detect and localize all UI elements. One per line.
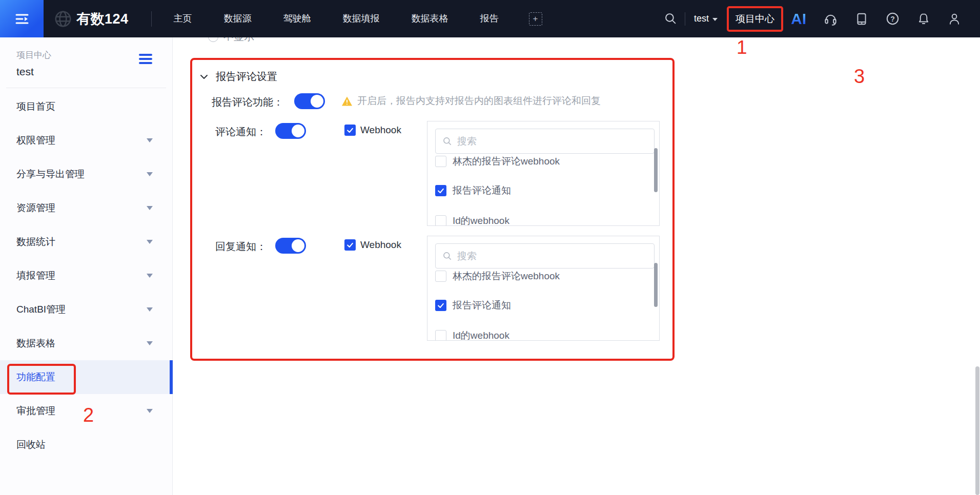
caret-down-icon (147, 307, 153, 312)
section-title: 报告评论设置 (216, 70, 277, 84)
comment-notify-label: 评论通知： (215, 125, 267, 139)
list-scrollbar-thumb[interactable] (654, 148, 658, 192)
navbar-right-cluster: test 项目中心 AI (664, 6, 980, 32)
checkbox-unchecked-icon (435, 215, 446, 226)
caret-down-icon (147, 274, 153, 278)
navbar-divider (685, 12, 685, 26)
comment-webhook-list: 林杰的报告评论webhook 报告评论通知 Id的webhook (427, 121, 660, 226)
sidebar-item-chatbi[interactable]: ChatBI管理 (0, 293, 172, 326)
caret-down-icon (147, 138, 153, 142)
checkbox-checked-icon (435, 300, 446, 311)
sidebar-item-recycle-bin[interactable]: 回收站 (0, 428, 172, 462)
mobile-device-icon[interactable] (855, 12, 868, 26)
search-icon (442, 251, 453, 261)
sidebar-item-feature-config[interactable]: 功能配置 (0, 360, 172, 394)
checkbox-unchecked-icon (435, 330, 446, 341)
caret-down-icon (147, 341, 153, 345)
sidebar-header: 项目中心 test (0, 37, 172, 78)
sidebar-item-resources[interactable]: 资源管理 (0, 191, 172, 225)
sidebar-menu-icon[interactable] (139, 54, 152, 66)
warning-icon (341, 96, 353, 107)
webhook-option[interactable]: Id的webhook (435, 214, 509, 226)
menu-collapse-icon (14, 12, 30, 26)
workspace-dropdown[interactable]: test (694, 13, 718, 24)
webhook-option[interactable]: 报告评论通知 (435, 184, 511, 197)
nav-item-report[interactable]: 报告 (464, 0, 515, 37)
bell-notifications-icon[interactable] (917, 12, 930, 26)
checkbox-checked-icon (344, 239, 356, 251)
help-icon[interactable]: ? (886, 12, 900, 26)
sidebar-divider (6, 88, 166, 88)
sidebar-item-permissions[interactable]: 权限管理 (0, 123, 172, 157)
annotation-number-2: 2 (83, 405, 94, 425)
reply-notify-toggle[interactable] (275, 238, 306, 254)
chevron-down-icon (712, 18, 718, 21)
caret-down-icon (147, 409, 153, 413)
nav-item-dashboard[interactable]: 驾驶舱 (268, 0, 327, 37)
nav-item-datatable[interactable]: 数据表格 (396, 0, 464, 37)
add-tab-button[interactable]: + (529, 12, 542, 26)
webhook-option[interactable]: 林杰的报告评论webhook (435, 155, 560, 168)
workspace-name: test (694, 13, 709, 24)
ai-assistant-button[interactable]: AI (791, 10, 806, 28)
nav-item-datasource[interactable]: 数据源 (208, 0, 268, 37)
nav-item-home[interactable]: 主页 (158, 0, 208, 37)
annotation-number-1: 1 (737, 38, 747, 57)
svg-text:?: ? (890, 15, 895, 23)
webhook-option[interactable]: Id的webhook (435, 329, 509, 341)
webhook-search-box[interactable] (435, 129, 655, 154)
main-content: 不显示 3 报告评论设置 报告评论功能： 开启后，报告内支持对报告内的图表组件进… (173, 0, 980, 495)
annotation-number-3: 3 (854, 67, 865, 86)
sidebar-item-data-stats[interactable]: 数据统计 (0, 225, 172, 259)
primary-nav: 主页 数据源 驾驶舱 数据填报 数据表格 报告 (158, 0, 515, 37)
search-icon (442, 136, 453, 147)
comment-webhook-label: Webhook (360, 125, 401, 136)
checkbox-checked-icon (344, 125, 356, 136)
collapse-menu-button[interactable] (0, 0, 44, 37)
caret-down-icon (147, 172, 153, 176)
globe-icon (54, 10, 72, 28)
chevron-down-icon (199, 72, 209, 82)
app-window: 有数124 主页 数据源 驾驶舱 数据填报 数据表格 报告 + test 项目中… (0, 0, 980, 495)
webhook-option[interactable]: 林杰的报告评论webhook (435, 270, 560, 283)
user-account-icon[interactable] (948, 12, 961, 26)
section-header[interactable]: 报告评论设置 (199, 70, 277, 84)
checkbox-unchecked-icon (435, 271, 446, 282)
feature-warning-text: 开启后，报告内支持对报告内的图表组件进行评论和回复 (357, 94, 601, 108)
feature-toggle-label: 报告评论功能： (212, 95, 283, 109)
headset-support-icon[interactable] (824, 12, 838, 26)
navbar-divider (151, 11, 152, 27)
sidebar-item-data-table[interactable]: 数据表格 (0, 326, 172, 360)
sidebar-project-name: test (16, 66, 172, 78)
reply-webhook-list: 林杰的报告评论webhook 报告评论通知 Id的webhook (427, 236, 660, 341)
feature-warning: 开启后，报告内支持对报告内的图表组件进行评论和回复 (341, 94, 601, 108)
sidebar-item-project-home[interactable]: 项目首页 (0, 90, 172, 123)
project-center-button[interactable]: 项目中心 (727, 6, 783, 32)
webhook-search-input[interactable] (457, 136, 631, 147)
webhook-option[interactable]: 报告评论通知 (435, 299, 511, 312)
brand-title: 有数124 (76, 10, 129, 28)
webhook-search-input[interactable] (457, 251, 631, 262)
caret-down-icon (147, 240, 153, 244)
reply-webhook-label: Webhook (360, 239, 401, 251)
webhook-search-box[interactable] (435, 243, 655, 269)
caret-down-icon (147, 206, 153, 210)
feature-toggle[interactable] (294, 93, 325, 109)
checkbox-checked-icon (435, 185, 446, 196)
search-icon[interactable] (664, 12, 677, 25)
comment-notify-toggle[interactable] (275, 123, 306, 139)
sidebar-item-fill-mgmt[interactable]: 填报管理 (0, 259, 172, 293)
sidebar-item-share-export[interactable]: 分享与导出管理 (0, 157, 172, 191)
reply-webhook-checkbox[interactable]: Webhook (344, 239, 401, 251)
list-scrollbar-thumb[interactable] (654, 263, 658, 307)
nav-item-datafill[interactable]: 数据填报 (327, 0, 396, 37)
top-navbar: 有数124 主页 数据源 驾驶舱 数据填报 数据表格 报告 + test 项目中… (0, 0, 980, 37)
checkbox-unchecked-icon (435, 156, 446, 167)
reply-notify-label: 回复通知： (215, 240, 267, 254)
comment-webhook-checkbox[interactable]: Webhook (344, 125, 401, 136)
page-scrollbar-thumb[interactable] (975, 366, 979, 495)
sidebar: 项目中心 test 项目首页 权限管理 分享与导出管理 资源管理 数据统计 填报… (0, 37, 173, 495)
